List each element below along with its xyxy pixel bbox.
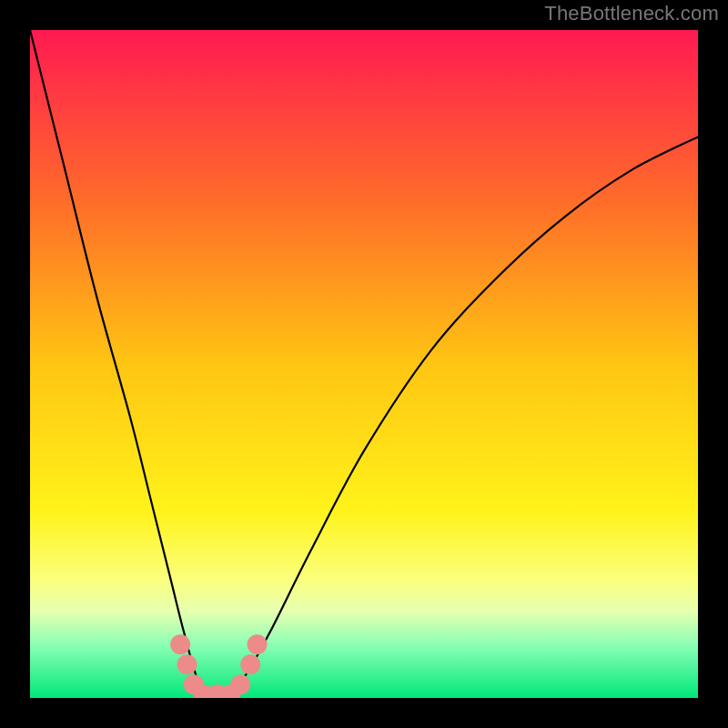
chart-frame: TheBottleneck.com: [0, 0, 728, 728]
curve-marker: [248, 634, 268, 654]
gradient-background: [30, 30, 698, 698]
curve-marker: [230, 674, 250, 694]
watermark-text: TheBottleneck.com: [544, 2, 719, 25]
curve-marker: [177, 654, 197, 674]
curve-marker: [170, 634, 190, 654]
bottleneck-chart: [0, 0, 728, 728]
curve-marker: [240, 654, 260, 674]
